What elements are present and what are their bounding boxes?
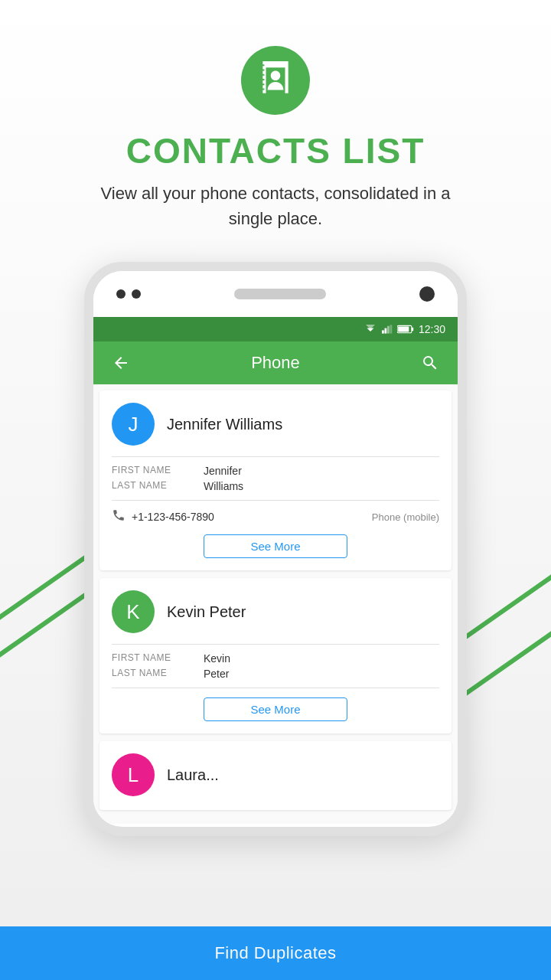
- find-duplicates-bar: Find Duplicates: [0, 926, 551, 980]
- contact-card-kevin: K Kevin Peter FIRST NAME Kevin LAST NAME…: [99, 578, 452, 733]
- contact-name-laura: Laura...: [167, 766, 219, 784]
- search-icon: [421, 354, 439, 372]
- svg-marker-1: [366, 325, 375, 329]
- battery-icon: [397, 325, 414, 334]
- contact-fields-jennifer: FIRST NAME Jennifer LAST NAME Williams: [112, 465, 439, 492]
- phone-dot-2: [132, 289, 141, 299]
- contact-header-laura: L Laura...: [112, 753, 439, 796]
- see-more-container-jennifer: See More: [112, 534, 439, 558]
- back-icon: [112, 354, 130, 372]
- find-duplicates-button[interactable]: Find Duplicates: [0, 926, 551, 980]
- status-icons: 12:30: [364, 323, 445, 335]
- page-subtitle: View all your phone contacts, consolidat…: [92, 181, 459, 231]
- see-more-button-kevin[interactable]: See More: [204, 697, 347, 721]
- contacts-list: J Jennifer Williams FIRST NAME Jennifer …: [93, 384, 458, 824]
- last-name-value-kevin: Peter: [204, 668, 229, 680]
- svg-rect-2: [382, 330, 384, 333]
- contact-header-kevin: K Kevin Peter: [112, 590, 439, 633]
- last-name-value-jennifer: Williams: [204, 480, 243, 492]
- field-row-lastname-kevin: LAST NAME Peter: [112, 668, 439, 680]
- contact-name-kevin: Kevin Peter: [167, 603, 246, 621]
- first-name-label: FIRST NAME: [112, 465, 204, 477]
- svg-rect-8: [398, 326, 409, 332]
- contact-header-jennifer: J Jennifer Williams: [112, 403, 439, 446]
- contact-avatar-laura: L: [112, 753, 155, 796]
- phone-type-jennifer: Phone (mobile): [372, 511, 439, 523]
- phone-dot-1: [116, 289, 126, 299]
- divider-kevin-2: [112, 688, 439, 688]
- search-button[interactable]: [415, 354, 445, 372]
- contact-avatar-jennifer: J: [112, 403, 155, 446]
- contact-avatar-kevin: K: [112, 590, 155, 633]
- phone-call-icon: [112, 508, 126, 522]
- phone-left-jennifer: +1-123-456-7890: [112, 508, 214, 525]
- svg-rect-4: [387, 326, 390, 334]
- phone-dots: [116, 289, 141, 299]
- phone-icon-jennifer: [112, 508, 126, 525]
- svg-rect-7: [412, 328, 413, 332]
- page-title: CONTACTS LIST: [126, 130, 425, 172]
- svg-rect-3: [384, 328, 386, 334]
- app-toolbar: Phone: [93, 341, 458, 384]
- last-name-label-kevin: LAST NAME: [112, 668, 204, 680]
- field-row-firstname-kevin: FIRST NAME Kevin: [112, 652, 439, 665]
- contact-card-jennifer: J Jennifer Williams FIRST NAME Jennifer …: [99, 390, 452, 570]
- divider-jennifer-1: [112, 456, 439, 457]
- contact-phone-row-jennifer: +1-123-456-7890 Phone (mobile): [112, 508, 439, 525]
- contact-name-jennifer: Jennifer Williams: [167, 416, 282, 433]
- contact-fields-kevin: FIRST NAME Kevin LAST NAME Peter: [112, 652, 439, 680]
- toolbar-title: Phone: [136, 353, 415, 373]
- phone-top-bar: [93, 271, 458, 317]
- see-more-button-jennifer[interactable]: See More: [204, 534, 347, 558]
- page-wrapper: CONTACTS LIST View all your phone contac…: [0, 0, 551, 980]
- first-name-label-kevin: FIRST NAME: [112, 652, 204, 665]
- phone-camera: [419, 286, 435, 302]
- field-row-firstname-jennifer: FIRST NAME Jennifer: [112, 465, 439, 477]
- back-button[interactable]: [106, 354, 136, 372]
- first-name-value-kevin: Kevin: [204, 652, 230, 665]
- field-row-lastname-jennifer: LAST NAME Williams: [112, 480, 439, 492]
- svg-rect-5: [390, 325, 392, 333]
- divider-jennifer-2: [112, 500, 439, 501]
- see-more-container-kevin: See More: [112, 697, 439, 721]
- contact-card-laura: L Laura...: [99, 741, 452, 810]
- first-name-value-jennifer: Jennifer: [204, 465, 242, 477]
- wifi-icon: [364, 324, 377, 335]
- divider-kevin-1: [112, 644, 439, 645]
- phone-speaker: [234, 289, 326, 299]
- phone-number-jennifer: +1-123-456-7890: [132, 511, 214, 523]
- status-bar: 12:30: [93, 317, 458, 341]
- header-section: CONTACTS LIST View all your phone contac…: [92, 0, 459, 231]
- app-icon: [241, 46, 310, 115]
- contacts-book-icon: [256, 61, 295, 100]
- phone-mockup: 12:30 Phone J Jennifer Wi: [84, 262, 467, 836]
- last-name-label: LAST NAME: [112, 480, 204, 492]
- status-time: 12:30: [419, 323, 445, 335]
- signal-icon: [382, 324, 393, 335]
